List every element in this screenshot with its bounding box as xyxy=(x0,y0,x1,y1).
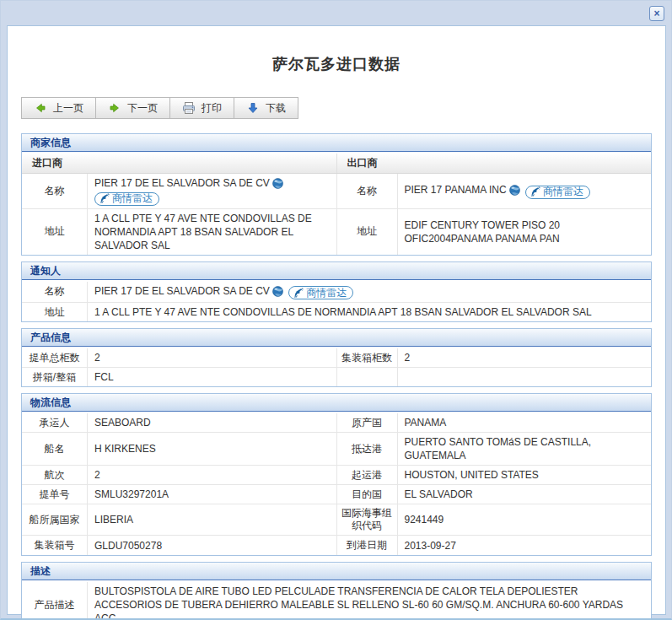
imo-code-label: 国际海事组织代码 xyxy=(337,504,398,535)
exporter-name: PIER 17 PANAMA INC xyxy=(405,184,507,196)
flag-state-value: LIBERIA xyxy=(88,510,336,529)
section-description-title: 描述 xyxy=(22,563,651,580)
merchant-subheader-row: 进口商 出口商 xyxy=(22,154,651,174)
bl-total-containers-label: 提单总柜数 xyxy=(22,348,88,367)
bl-number-value: SMLU3297201A xyxy=(88,485,336,504)
radar-badge[interactable]: 商情雷达 xyxy=(525,186,590,199)
download-label: 下载 xyxy=(266,101,286,116)
notify-address: 1 A CLL PTE Y 47 AVE NTE CONDOVILLAS DE … xyxy=(88,303,651,321)
prev-page-label: 上一页 xyxy=(53,101,83,116)
departure-port-label: 起运港 xyxy=(337,466,398,484)
bl-total-containers-value: 2 xyxy=(88,348,336,367)
container-count-value: 2 xyxy=(398,348,652,367)
notify-address-label: 地址 xyxy=(22,303,88,321)
logistics-row-bl-number: 提单号 SMLU3297201A 目的国 EL SALVADOR xyxy=(22,485,651,504)
logistics-row-voyage: 航次 2 起运港 HOUSTON, UNITED STATES xyxy=(22,466,651,485)
radar-icon xyxy=(99,193,110,203)
lcl-fcl-value: FCL xyxy=(88,368,336,386)
arrival-date-label: 到港日期 xyxy=(337,536,398,555)
radar-badge[interactable]: 商情雷达 xyxy=(288,286,353,299)
notify-name: PIER 17 DE EL SALVADOR SA DE CV xyxy=(94,285,270,297)
section-description: 描述 产品描述 BULTOSPISTOLA DE AIRE TUBO LED P… xyxy=(21,562,652,620)
radar-badge[interactable]: 商情雷达 xyxy=(94,192,159,206)
empty-label xyxy=(337,368,398,386)
arrow-right-icon xyxy=(108,101,121,115)
radar-icon xyxy=(293,288,304,298)
origin-country-label: 原产国 xyxy=(337,413,398,432)
page-title: 萨尔瓦多进口数据 xyxy=(21,26,652,73)
exporter-name-cell: PIER 17 PANAMA INC 商情雷达 xyxy=(398,181,652,202)
print-button[interactable]: 打印 xyxy=(169,97,234,119)
importer-name-label: 名称 xyxy=(22,174,88,208)
product-row: 拼箱/整箱 FCL xyxy=(22,368,651,386)
product-description-label: 产品描述 xyxy=(22,582,88,620)
exporter-address-label: 地址 xyxy=(337,209,398,255)
printer-icon xyxy=(182,101,196,115)
exporter-header: 出口商 xyxy=(337,154,652,173)
section-logistics-title: 物流信息 xyxy=(22,394,651,412)
dialog-panel: 萨尔瓦多进口数据 上一页 下一页 打印 下载 商家信息 进口商 出口商 xyxy=(7,25,666,615)
arrival-port-label: 抵达港 xyxy=(337,433,398,465)
next-page-label: 下一页 xyxy=(127,101,158,116)
download-icon xyxy=(246,101,260,115)
notify-name-label: 名称 xyxy=(22,282,88,303)
arrival-port-value: PUERTO SANTO TOMáS DE CASTILLA, GUATEMAL… xyxy=(398,433,652,465)
importer-address-label: 地址 xyxy=(22,209,88,255)
section-merchant-info: 商家信息 进口商 出口商 名称 PIER 17 DE EL SALVADOR S… xyxy=(21,133,652,256)
bl-number-label: 提单号 xyxy=(22,485,88,504)
section-product-title: 产品信息 xyxy=(22,329,651,347)
merchant-address-row: 地址 1 A CLL PTE Y 47 AVE NTE CONDOVILLAS … xyxy=(22,209,651,255)
voyage-value: 2 xyxy=(88,466,336,484)
importer-address: 1 A CLL PTE Y 47 AVE NTE CONDOVILLAS DE … xyxy=(88,209,336,255)
description-row: 产品描述 BULTOSPISTOLA DE AIRE TUBO LED PELC… xyxy=(22,582,651,620)
arrival-date-value: 2013-09-27 xyxy=(398,536,652,555)
print-label: 打印 xyxy=(202,101,222,116)
lcl-fcl-label: 拼箱/整箱 xyxy=(22,368,88,386)
close-icon: × xyxy=(653,8,659,19)
toolbar: 上一页 下一页 打印 下载 xyxy=(21,97,298,119)
flag-state-label: 船所属国家 xyxy=(22,504,88,535)
exporter-address: EDIF CENTURY TOWER PISO 20 OFIC2004PANAM… xyxy=(398,216,652,248)
destination-country-label: 目的国 xyxy=(337,485,398,504)
notify-address-row: 地址 1 A CLL PTE Y 47 AVE NTE CONDOVILLAS … xyxy=(22,303,651,321)
globe-icon[interactable] xyxy=(509,185,520,196)
globe-icon[interactable] xyxy=(272,178,283,189)
globe-icon[interactable] xyxy=(272,286,283,297)
exporter-name-label: 名称 xyxy=(337,174,398,208)
radar-icon xyxy=(530,186,540,197)
container-no-label: 集装箱号 xyxy=(22,536,88,555)
vessel-name-value: H KIRKENES xyxy=(88,439,336,458)
container-count-label: 集装箱柜数 xyxy=(337,348,398,367)
close-button[interactable]: × xyxy=(649,6,664,21)
download-button[interactable]: 下载 xyxy=(234,97,298,119)
notify-name-row: 名称 PIER 17 DE EL SALVADOR SA DE CV 商情雷达 xyxy=(22,282,651,304)
section-merchant-title: 商家信息 xyxy=(22,134,651,152)
section-logistics-info: 物流信息 承运人 SEABOARD 原产国 PANAMA 船名 H KIRKE xyxy=(21,393,652,556)
vessel-name-label: 船名 xyxy=(22,433,88,465)
product-row: 提单总柜数 2 集装箱柜数 2 xyxy=(22,348,651,368)
product-description-value: BULTOSPISTOLA DE AIRE TUBO LED PELCULADE… xyxy=(88,582,651,620)
importer-name-cell: PIER 17 DE EL SALVADOR SA DE CV 商情雷达 xyxy=(88,174,336,208)
logistics-row-container-no: 集装箱号 GLDU7050278 到港日期 2013-09-27 xyxy=(22,536,651,555)
logistics-row-carrier: 承运人 SEABOARD 原产国 PANAMA xyxy=(22,413,651,433)
voyage-label: 航次 xyxy=(22,466,88,484)
notify-name-cell: PIER 17 DE EL SALVADOR SA DE CV 商情雷达 xyxy=(88,282,651,303)
prev-page-button[interactable]: 上一页 xyxy=(21,97,96,119)
carrier-label: 承运人 xyxy=(22,413,88,432)
section-notify-party: 通知人 名称 PIER 17 DE EL SALVADOR SA DE CV 商… xyxy=(21,261,652,323)
empty-value xyxy=(398,375,652,380)
section-notify-title: 通知人 xyxy=(22,262,651,280)
logistics-row-vessel: 船名 H KIRKENES 抵达港 PUERTO SANTO TOMáS DE … xyxy=(22,433,651,466)
next-page-button[interactable]: 下一页 xyxy=(95,97,170,119)
arrow-left-icon xyxy=(34,101,47,115)
section-product-info: 产品信息 提单总柜数 2 集装箱柜数 2 拼箱/整箱 FCL xyxy=(21,328,652,387)
container-no-value: GLDU7050278 xyxy=(88,536,336,555)
logistics-row-flag-state: 船所属国家 LIBERIA 国际海事组织代码 9241449 xyxy=(22,504,651,536)
imo-code-value: 9241449 xyxy=(398,510,652,529)
destination-country-value: EL SALVADOR xyxy=(398,485,652,504)
origin-country-value: PANAMA xyxy=(398,413,652,432)
departure-port-value: HOUSTON, UNITED STATES xyxy=(398,466,652,484)
importer-header: 进口商 xyxy=(22,154,337,173)
carrier-value: SEABOARD xyxy=(88,413,336,432)
importer-name: PIER 17 DE EL SALVADOR SA DE CV xyxy=(94,177,270,189)
